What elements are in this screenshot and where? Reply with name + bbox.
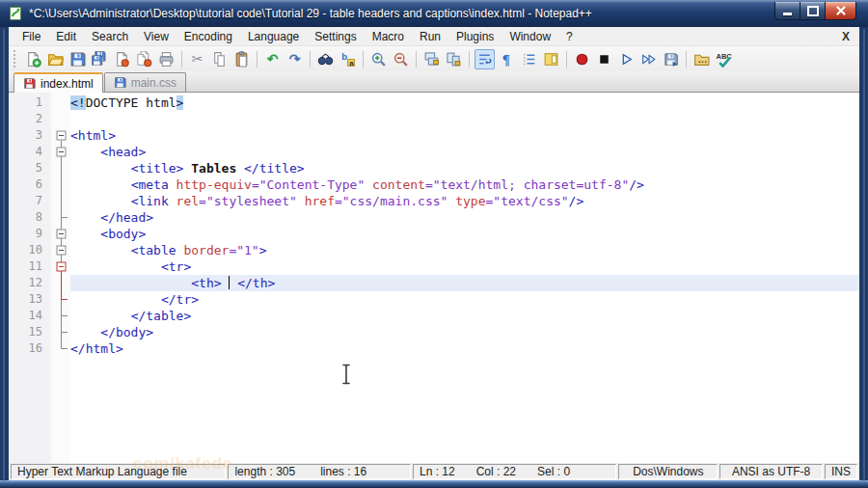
code-segment: /> — [569, 194, 584, 208]
menu-item-macro[interactable]: Macro — [365, 27, 412, 46]
toolbar-folder-workspace-button[interactable] — [692, 49, 712, 69]
fold-tree[interactable] — [51, 93, 70, 463]
menu-item-help[interactable]: ? — [558, 27, 581, 46]
toolbar-save-all-button[interactable] — [90, 49, 110, 69]
code-line-11[interactable]: <tr> — [70, 258, 859, 275]
menu-item-view[interactable]: View — [136, 27, 176, 46]
status-lines: lines : 16 — [320, 465, 366, 478]
line-number-margin: 12345678910111213141516 — [9, 93, 51, 463]
minimize-button[interactable] — [774, 2, 800, 20]
code-line-7[interactable]: <link rel="stylesheet" href="css/main.cs… — [70, 193, 859, 209]
toolbar-macro-play-button[interactable] — [616, 49, 637, 69]
line-number: 16 — [9, 340, 51, 357]
toolbar-sync-h-button[interactable] — [444, 49, 464, 69]
macro-multi-icon — [640, 51, 657, 68]
code-line-15[interactable]: </body> — [70, 324, 859, 340]
toolbar-zoom-in-button[interactable] — [368, 49, 389, 69]
toolbar-find-button[interactable] — [315, 49, 336, 69]
code-line-2[interactable] — [70, 111, 859, 127]
toolbar-undo-button[interactable]: ↶ — [262, 49, 283, 69]
code-line-6[interactable]: <meta http-equiv="Content-Type" content=… — [70, 176, 859, 193]
toolbar-save-button[interactable] — [68, 49, 88, 69]
toolbar-print-button[interactable] — [156, 49, 176, 69]
tab-bar: index.htmlmain.css — [9, 71, 859, 93]
code-line-14[interactable]: </table> — [70, 308, 859, 324]
toolbar-show-all-chars-button[interactable]: ¶ — [497, 49, 517, 69]
toolbar-macro-save-button[interactable] — [661, 49, 681, 69]
toolbar-close-all-button[interactable] — [134, 49, 154, 69]
toolbar-items: ✂↶↷ba¶ABC — [22, 49, 735, 69]
menu-item-window[interactable]: Window — [502, 27, 558, 46]
tab-index-html[interactable]: index.html — [14, 72, 103, 93]
tab-main-css[interactable]: main.css — [104, 72, 186, 92]
code-line-16[interactable]: </html> — [70, 340, 859, 357]
menu-item-encoding[interactable]: Encoding — [176, 27, 240, 46]
fold-margin[interactable] — [51, 93, 70, 463]
toolbar-close-doc-button[interactable] — [112, 49, 132, 69]
toolbar-separator — [469, 51, 470, 68]
close-button[interactable] — [825, 2, 856, 20]
code-segment: </title> — [244, 161, 305, 176]
doc-map-icon — [543, 51, 559, 68]
code-line-9[interactable]: <body> — [70, 226, 859, 242]
code-line-5[interactable]: <title> Tables </title> — [70, 160, 859, 176]
open-folder-icon — [47, 51, 64, 68]
code-segment: <! — [70, 95, 86, 110]
toolbar-zoom-out-button[interactable] — [391, 49, 411, 69]
toolbar-doc-map-button[interactable] — [541, 49, 561, 69]
code-segment: </tr> — [161, 292, 199, 307]
toolbar-macro-stop-button[interactable] — [594, 49, 614, 69]
status-selection: Sel : 0 — [537, 465, 570, 478]
line-number: 8 — [9, 209, 51, 226]
toolbar-spell-check-button[interactable]: ABC — [714, 49, 734, 69]
maximize-icon — [807, 6, 819, 16]
code-segment — [70, 145, 100, 159]
toolbar-separator — [310, 51, 311, 68]
toolbar-word-wrap-button[interactable] — [475, 49, 495, 69]
macro-save-icon — [663, 51, 679, 68]
code-line-1[interactable]: <!DOCTYPE html> — [70, 95, 859, 111]
code-line-4[interactable]: <head> — [70, 144, 859, 160]
toolbar-macro-record-button[interactable] — [572, 49, 592, 69]
toolbar-paste-button[interactable] — [231, 49, 252, 69]
menu-item-file[interactable]: File — [14, 27, 48, 46]
toolbar-open-folder-button[interactable] — [45, 49, 66, 69]
minimize-icon — [783, 13, 792, 15]
code-segment: </table> — [131, 309, 192, 323]
editor[interactable]: 12345678910111213141516 <!DOCTYPE html><… — [9, 93, 859, 463]
menubar-close-button[interactable]: X — [842, 30, 859, 43]
line-number: 4 — [9, 144, 51, 160]
menu-item-language[interactable]: Language — [240, 27, 307, 46]
code-line-3[interactable]: <html> — [70, 127, 859, 144]
title-bar[interactable]: *C:\Users\Administrator\Desktop\tutorial… — [0, 0, 868, 27]
toolbar-redo-button[interactable]: ↷ — [285, 49, 305, 69]
code-segment: <html> — [70, 128, 116, 143]
code-segment: <link — [131, 194, 176, 208]
toolbar-sync-v-button[interactable] — [421, 49, 442, 69]
toolbar-macro-multi-button[interactable] — [638, 49, 659, 69]
code-line-8[interactable]: </head> — [70, 209, 859, 226]
menu-item-edit[interactable]: Edit — [48, 27, 84, 46]
toolbar-new-file-button[interactable] — [23, 49, 43, 69]
code-area[interactable]: <!DOCTYPE html><html> <head> <title> Tab… — [70, 93, 859, 463]
toolbar-replace-button[interactable]: ba — [338, 49, 358, 69]
menu-item-search[interactable]: Search — [84, 27, 136, 46]
menu-item-run[interactable]: Run — [412, 27, 448, 46]
code-segment: ="1" — [229, 243, 258, 258]
menu-item-settings[interactable]: Settings — [307, 27, 364, 46]
code-segment: </body> — [100, 325, 153, 339]
close-doc-icon — [114, 51, 130, 68]
code-line-13[interactable]: </tr> — [70, 291, 859, 308]
code-segment: </head> — [100, 210, 153, 225]
code-line-10[interactable]: <table border="1"> — [70, 242, 859, 258]
toolbar-cut-button[interactable]: ✂ — [187, 49, 207, 69]
code-segment: rel — [176, 194, 199, 208]
menu-item-plugins[interactable]: Plugins — [448, 27, 502, 46]
code-line-12[interactable]: <th> </th> — [70, 275, 859, 291]
code-segment: http-equiv — [176, 177, 252, 192]
line-number: 14 — [9, 308, 51, 324]
maximize-button[interactable] — [800, 2, 825, 20]
toolbar-indent-guide-button[interactable] — [519, 49, 539, 69]
toolbar-copy-button[interactable] — [209, 49, 230, 69]
code-segment — [70, 309, 131, 323]
